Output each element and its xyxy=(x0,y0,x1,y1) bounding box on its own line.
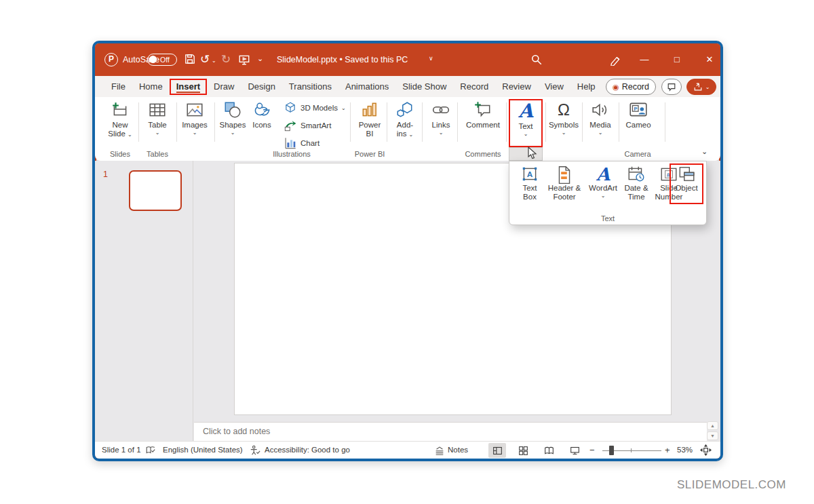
ribbon-tabs: File Home Insert Draw Design Transitions… xyxy=(95,76,720,97)
links-icon xyxy=(431,99,450,121)
group-divider xyxy=(214,102,215,142)
chevron-down-icon: ⌄ xyxy=(409,132,414,138)
symbols-button[interactable]: Ω Symbols ⌄ xyxy=(547,99,581,147)
images-button[interactable]: Images ⌄ xyxy=(176,99,213,147)
chevron-down-icon: ⌄ xyxy=(231,130,235,136)
comment-button[interactable]: Comment xyxy=(461,99,505,147)
share-chevron-icon: ⌄ xyxy=(705,84,710,90)
tab-file[interactable]: File xyxy=(104,79,132,94)
tab-insert[interactable]: Insert xyxy=(170,79,207,95)
spellcheck-icon[interactable] xyxy=(145,445,156,457)
close-button[interactable]: ✕ xyxy=(699,52,720,68)
record-button[interactable]: ◉ Record xyxy=(606,79,656,95)
tab-design[interactable]: Design xyxy=(241,79,282,94)
chevron-down-icon: ⌄ xyxy=(524,131,528,137)
table-button[interactable]: Table ⌄ xyxy=(139,99,176,147)
chart-icon xyxy=(284,136,297,150)
new-slide-button[interactable]: New Slide ⌄ xyxy=(102,99,138,147)
undo-icon[interactable]: ↺ xyxy=(200,53,210,66)
group-divider xyxy=(457,102,458,142)
undo-chevron-icon[interactable]: ⌄ xyxy=(212,58,216,64)
scroll-down-button[interactable]: ▼ xyxy=(707,431,718,440)
quick-access-chevron-icon[interactable]: ⌄ xyxy=(257,54,263,63)
chart-button[interactable]: Chart xyxy=(284,135,319,151)
zoom-in-button[interactable]: + xyxy=(665,445,670,455)
text-box-label: Text Box xyxy=(518,184,541,201)
tab-transitions[interactable]: Transitions xyxy=(282,79,338,94)
smartart-label: SmartArt xyxy=(301,121,331,130)
fit-to-window-icon[interactable] xyxy=(700,444,712,457)
comment-icon xyxy=(473,99,492,121)
group-label-illustrations: Illustrations xyxy=(273,150,311,158)
slide-sorter-view-button[interactable] xyxy=(514,443,532,458)
notes-placeholder: Click to add notes xyxy=(203,427,270,436)
record-button-label: Record xyxy=(622,82,649,92)
group-divider xyxy=(422,102,423,142)
wordart-menu-item[interactable]: A WordArt ⌄ xyxy=(585,165,621,199)
comment-bubble-icon xyxy=(667,82,676,92)
tab-record[interactable]: Record xyxy=(453,79,495,94)
pen-tools-icon[interactable] xyxy=(609,54,621,69)
text-box-menu-item[interactable]: A Text Box xyxy=(515,165,545,201)
tab-animations[interactable]: Animations xyxy=(338,79,395,94)
slide-thumbnail[interactable] xyxy=(129,170,182,211)
collapse-ribbon-chevron-icon[interactable]: ⌄ xyxy=(701,147,708,156)
date-time-menu-item[interactable]: Date & Time xyxy=(622,165,651,201)
links-label: Links xyxy=(432,121,450,130)
chevron-down-icon: ⌄ xyxy=(439,130,444,136)
smartart-button[interactable]: SmartArt xyxy=(284,117,331,134)
notes-pane[interactable]: Click to add notes xyxy=(194,422,707,441)
duck-icon xyxy=(252,99,271,121)
date-time-icon xyxy=(627,165,646,184)
title-chevron-icon[interactable]: ∨ xyxy=(429,55,433,62)
icons-button[interactable]: Icons xyxy=(246,99,278,147)
table-label: Table xyxy=(148,121,167,130)
header-footer-menu-item[interactable]: Header & Footer xyxy=(545,165,584,201)
scroll-down-icon: ▼ xyxy=(710,433,715,438)
autosave-toggle[interactable]: Off xyxy=(147,54,177,66)
power-bi-button[interactable]: Power BI xyxy=(351,99,388,147)
tab-slide-show[interactable]: Slide Show xyxy=(395,79,453,94)
object-icon xyxy=(677,165,696,184)
group-divider xyxy=(176,102,177,142)
object-menu-item[interactable]: Object xyxy=(670,163,703,204)
comments-button[interactable] xyxy=(661,79,682,95)
maximize-button[interactable]: □ xyxy=(667,52,687,68)
tab-draw[interactable]: Draw xyxy=(207,79,241,94)
language-indicator[interactable]: English (United States) xyxy=(163,446,243,454)
group-label-tables: Tables xyxy=(147,150,168,158)
cameo-icon: P xyxy=(628,99,648,121)
slideshow-view-button[interactable] xyxy=(566,443,583,458)
minimize-button[interactable]: — xyxy=(634,52,655,68)
accessibility-status[interactable]: Accessibility: Good to go xyxy=(265,446,350,454)
add-ins-button[interactable]: Add-ins ⌄ xyxy=(389,99,421,147)
tab-help[interactable]: Help xyxy=(570,79,602,94)
start-slideshow-icon[interactable] xyxy=(238,54,250,69)
redo-icon: ↻ xyxy=(221,53,231,66)
links-button[interactable]: Links ⌄ xyxy=(425,99,457,147)
media-button[interactable]: Media ⌄ xyxy=(583,99,617,147)
zoom-out-button[interactable]: − xyxy=(589,445,595,455)
header-footer-icon xyxy=(555,165,574,184)
normal-view-button[interactable] xyxy=(488,443,506,458)
document-title[interactable]: SlideModel.pptx • Saved to this PC xyxy=(277,55,408,64)
3d-models-button[interactable]: 3D Models ⌄ xyxy=(284,100,346,116)
tab-home[interactable]: Home xyxy=(132,79,170,94)
text-button[interactable]: A Text ⌄ xyxy=(509,99,543,147)
notes-toggle[interactable]: Notes xyxy=(448,446,468,454)
zoom-slider-handle[interactable] xyxy=(609,446,614,455)
tab-view[interactable]: View xyxy=(538,79,570,94)
text-menu: A Text Box Header & Footer A WordArt ⌄ D… xyxy=(509,161,707,225)
media-label: Media xyxy=(589,121,610,130)
3d-models-label: 3D Models xyxy=(301,104,338,112)
accessibility-icon[interactable] xyxy=(250,445,260,457)
scroll-up-button[interactable]: ▲ xyxy=(707,421,718,430)
tab-review[interactable]: Review xyxy=(495,79,538,94)
save-icon[interactable] xyxy=(184,53,196,68)
share-button[interactable]: ⌄ xyxy=(686,79,716,95)
cameo-button[interactable]: P Cameo xyxy=(620,99,657,147)
powerpoint-logo-icon[interactable]: P xyxy=(104,53,118,66)
search-icon[interactable] xyxy=(530,54,543,69)
reading-view-button[interactable] xyxy=(540,443,558,458)
zoom-level[interactable]: 53% xyxy=(677,446,693,454)
